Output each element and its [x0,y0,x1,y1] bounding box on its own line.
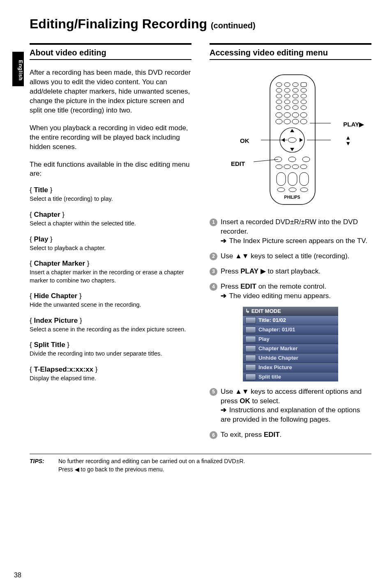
step-1: 1 Insert a recorded DVD±R/±RW into the D… [210,218,371,246]
edit-function-desc: Select to playback a chapter. [30,244,191,253]
rule [210,43,371,45]
callout-edit: EDIT [231,160,245,167]
svg-rect-39 [288,172,297,186]
step-3-key: PLAY [240,267,258,275]
step-1-result: The Index Picture screen appears on the … [229,237,367,245]
step-3: 3 Press PLAY ▶ to start playback. [210,267,371,276]
svg-point-42 [289,188,296,192]
osd-header: ↳ EDIT MODE [243,307,338,315]
svg-point-43 [300,188,308,192]
step-4-text-c: on the remote control. [256,283,326,290]
osd-row-icon [245,355,256,361]
svg-point-5 [276,88,282,92]
rule [210,59,371,60]
step-6-text-c: . [280,431,282,439]
step-badge-2: 2 [210,253,217,260]
svg-point-10 [284,94,290,98]
svg-point-20 [301,106,307,110]
svg-point-14 [284,100,290,104]
step-badge-6: 6 [210,431,217,439]
svg-point-3 [293,83,298,87]
right-column: Accessing video editing menu [210,43,371,440]
svg-point-19 [293,106,298,110]
edit-function-desc: Insert a chapter marker in the recording… [30,269,191,285]
osd-row-icon [245,326,256,333]
remote-svg: PHILIPS [217,72,364,208]
osd-row: Play [243,334,338,344]
osd-row-label: Unhide Chapter [258,355,298,361]
step-4-result: The video editing menu appears. [229,292,331,300]
osd-row-icon [245,364,256,371]
svg-point-23 [292,113,299,117]
page-number: 38 [14,572,21,579]
content-columns: About video editing After a recording ha… [30,43,371,440]
osd-row-icon [245,374,256,380]
edit-function: { Title }Select a title (recording) to p… [30,186,191,203]
step-5: 5 Use ▲▼ keys to access different option… [210,387,371,425]
edit-function-desc: Select a chapter within the selected tit… [30,220,191,228]
svg-point-21 [276,113,282,117]
rule [30,43,191,45]
edit-function: { Play }Select to playback a chapter. [30,235,191,253]
step-5-key: OK [240,397,250,405]
svg-point-18 [284,106,290,110]
svg-rect-4 [301,83,307,87]
svg-point-11 [293,94,298,98]
osd-row-label: Index Picture [258,364,292,370]
svg-point-26 [284,119,291,124]
tips-block: TIPS: No further recording and editing c… [30,457,371,473]
svg-point-36 [292,165,299,169]
svg-point-12 [301,94,307,98]
callout-updown: ▲▼ [345,135,351,146]
osd-row-label: Chapter Marker [258,345,297,351]
svg-rect-38 [277,172,286,186]
edit-function-name: { Split Title } [30,341,191,349]
about-paragraph-1: After a recording has been made, this DV… [30,68,191,115]
arrow-icon: ➔ [221,237,226,245]
step-3-text-c: ▶ to start playback. [258,267,321,275]
step-1-text: Insert a recorded DVD±R/±RW into the DVD… [221,218,358,235]
tips-line-1: No further recording and editing can be … [58,457,245,466]
rule [30,59,191,60]
osd-row-icon [245,336,256,342]
edit-function-name: { Title } [30,186,191,194]
osd-row-label: Play [258,336,270,342]
svg-point-7 [293,88,298,92]
svg-point-13 [276,100,282,104]
svg-point-15 [293,100,298,104]
step-2: 2 Use ▲▼ keys to select a title (recordi… [210,252,371,261]
svg-point-16 [301,100,307,104]
svg-point-8 [301,88,307,92]
edit-function-desc: Divide the recording into two under sepa… [30,350,191,358]
svg-point-35 [284,165,291,169]
step-4-key: EDIT [240,283,256,290]
svg-point-17 [276,106,282,110]
step-badge-4: 4 [210,283,217,291]
tips-label: TIPS: [30,457,50,473]
step-2-text: Use ▲▼ keys to select a title (recording… [221,252,349,261]
edit-function-name: { T-Elapsed:x:xx:xx } [30,365,191,374]
osd-row: Index Picture [243,363,338,372]
callout-play: PLAY▶ [343,121,364,128]
step-5-result: Instructions and explanation of the opti… [221,406,360,423]
svg-point-25 [276,119,282,124]
section-heading-accessing: Accessing video editing menu [210,46,371,58]
edit-function-desc: Select a scene in the recording as the i… [30,326,191,334]
page-title-main: Editing/Finalizing Recording [30,16,211,31]
edit-function-name: { Chapter Marker } [30,260,191,268]
edit-function-desc: Display the elapsed time. [30,374,191,383]
edit-function-name: { Index Picture } [30,317,191,325]
step-badge-3: 3 [210,268,217,276]
svg-point-28 [300,119,307,124]
step-3-text-a: Press [221,267,240,275]
edit-function: { Chapter Marker }Insert a chapter marke… [30,260,191,285]
edit-function: { Index Picture }Select a scene in the r… [30,317,191,334]
osd-row-label: Title: 01/02 [258,317,286,323]
page-title-continued: (continued) [211,21,256,30]
svg-point-24 [300,113,307,117]
svg-point-22 [284,113,291,117]
edit-function-desc: Hide the unwanted scene in the recording… [30,301,191,309]
svg-point-9 [276,94,282,98]
edit-function: { T-Elapsed:x:xx:xx }Display the elapsed… [30,365,191,383]
osd-row: Title: 01/02 [243,315,338,325]
